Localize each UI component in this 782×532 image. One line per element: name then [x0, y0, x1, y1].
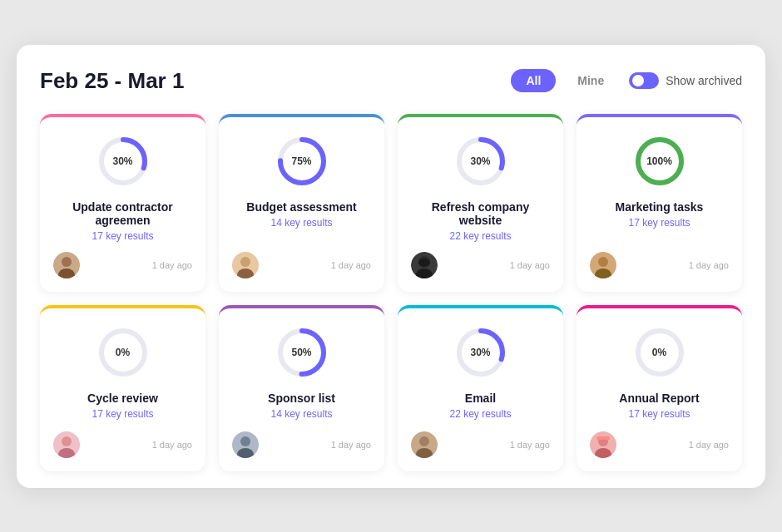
header: Feb 25 - Mar 1 All Mine Show archived: [40, 68, 742, 94]
card-footer: 1 day ago: [590, 252, 729, 278]
card-time: 1 day ago: [331, 440, 371, 450]
svg-point-19: [598, 257, 608, 267]
card-card-6[interactable]: 50% Sponsor list 14 key results 1 day ag…: [219, 305, 384, 471]
card-title: Update contractor agreemen: [53, 200, 192, 227]
avatar: [53, 431, 80, 458]
donut-chart: 30%: [452, 323, 510, 382]
svg-point-3: [62, 257, 72, 267]
card-title: Refresh company website: [411, 200, 550, 227]
card-title: Sponsor list: [268, 392, 335, 405]
svg-point-14: [418, 259, 430, 267]
avatar: [53, 252, 80, 278]
card-sub: 14 key results: [270, 408, 332, 420]
show-archived-label: Show archived: [666, 74, 742, 87]
card-footer: 1 day ago: [53, 252, 192, 278]
card-card-4[interactable]: 100% Marketing tasks 17 key results 1 da…: [577, 114, 742, 292]
pct-label: 50%: [291, 347, 311, 358]
card-sub: 22 key results: [449, 230, 511, 242]
card-title: Budget assessment: [246, 200, 356, 214]
card-footer: 1 day ago: [232, 252, 371, 278]
donut-chart: 75%: [273, 132, 331, 190]
filter-mine-button[interactable]: Mine: [562, 69, 619, 92]
card-sub: 17 key results: [628, 217, 690, 229]
card-title: Marketing tasks: [616, 200, 704, 214]
card-time: 1 day ago: [510, 440, 550, 450]
card-footer: 1 day ago: [590, 431, 729, 458]
card-card-1[interactable]: 30% Update contractor agreemen 17 key re…: [40, 114, 205, 292]
show-archived-toggle[interactable]: [629, 72, 659, 89]
card-sub: 14 key results: [270, 217, 332, 229]
card-card-3[interactable]: 30% Refresh company website 22 key resul…: [398, 114, 563, 292]
card-time: 1 day ago: [689, 260, 729, 270]
avatar: [411, 252, 438, 278]
filter-all-button[interactable]: All: [511, 69, 556, 92]
svg-point-34: [419, 436, 429, 446]
avatar: [590, 252, 616, 278]
card-title: Cycle review: [87, 392, 158, 405]
pct-label: 0%: [116, 347, 130, 358]
svg-point-24: [62, 436, 72, 446]
card-card-2[interactable]: 75% Budget assessment 14 key results 1 d…: [219, 114, 384, 292]
avatar: [590, 431, 616, 458]
card-footer: 1 day ago: [411, 431, 550, 458]
header-controls: All Mine Show archived: [511, 69, 742, 92]
card-card-8[interactable]: 0% Annual Report 17 key results 1 day ag…: [577, 305, 742, 471]
pct-label: 0%: [652, 347, 666, 358]
svg-point-29: [240, 436, 250, 446]
card-time: 1 day ago: [331, 260, 371, 270]
pct-label: 75%: [291, 155, 311, 167]
donut-chart: 30%: [94, 132, 152, 190]
card-sub: 22 key results: [449, 408, 511, 420]
app-container: Feb 25 - Mar 1 All Mine Show archived 30…: [17, 45, 765, 488]
card-time: 1 day ago: [510, 260, 550, 270]
toggle-thumb: [632, 75, 644, 86]
card-footer: 1 day ago: [232, 431, 371, 458]
card-card-7[interactable]: 30% Email 22 key results 1 day ago: [398, 305, 563, 471]
avatar: [232, 431, 259, 458]
card-card-5[interactable]: 0% Cycle review 17 key results 1 day ago: [40, 305, 205, 471]
donut-chart: 50%: [273, 323, 331, 382]
card-title: Email: [465, 392, 496, 405]
card-time: 1 day ago: [152, 260, 192, 270]
svg-point-8: [240, 257, 250, 267]
card-sub: 17 key results: [92, 408, 153, 420]
pct-label: 30%: [470, 155, 490, 167]
card-title: Annual Report: [619, 392, 699, 405]
card-time: 1 day ago: [152, 440, 192, 450]
pct-label: 30%: [470, 347, 490, 358]
svg-rect-40: [596, 436, 610, 440]
card-footer: 1 day ago: [411, 252, 550, 278]
avatar: [232, 252, 259, 278]
card-sub: 17 key results: [92, 230, 153, 242]
donut-chart: 0%: [631, 323, 689, 382]
cards-grid: 30% Update contractor agreemen 17 key re…: [40, 114, 742, 471]
pct-label: 30%: [112, 155, 132, 167]
donut-chart: 100%: [631, 132, 689, 190]
avatar: [411, 431, 438, 458]
card-footer: 1 day ago: [53, 431, 192, 458]
donut-chart: 0%: [94, 323, 152, 382]
card-time: 1 day ago: [689, 440, 729, 450]
show-archived-toggle-container: Show archived: [629, 72, 742, 89]
pct-label: 100%: [646, 155, 672, 167]
page-title: Feb 25 - Mar 1: [40, 68, 184, 94]
donut-chart: 30%: [452, 132, 510, 190]
card-sub: 17 key results: [628, 408, 690, 420]
